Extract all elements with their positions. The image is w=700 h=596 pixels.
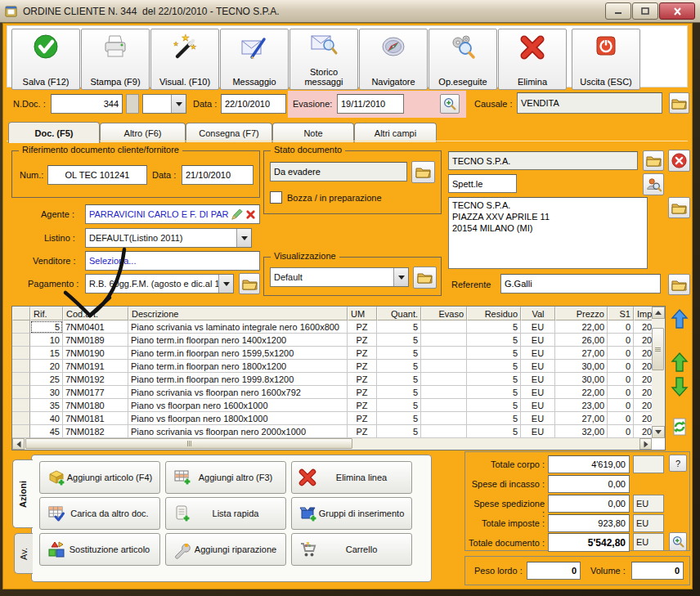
grid-cell[interactable]: PZ bbox=[348, 373, 377, 386]
chevron-down-icon[interactable] bbox=[218, 275, 233, 293]
grid-cell[interactable] bbox=[421, 334, 467, 347]
causale-input[interactable] bbox=[517, 92, 662, 114]
grid-cell[interactable]: 5 bbox=[467, 386, 521, 399]
grid-cell[interactable]: 0 bbox=[608, 412, 634, 425]
grid-header-evaso[interactable]: Evaso bbox=[421, 307, 467, 320]
grid-cell[interactable]: 30,00 bbox=[555, 360, 608, 373]
grid-cell[interactable]: EU bbox=[521, 425, 555, 438]
grid-cell[interactable]: 22,00 bbox=[555, 320, 608, 334]
grid-cell[interactable]: 27,00 bbox=[555, 347, 608, 360]
data-input[interactable] bbox=[221, 94, 286, 114]
hscroll-thumb[interactable] bbox=[25, 438, 352, 449]
print-button[interactable]: Stampa (F9) bbox=[81, 29, 150, 90]
totale-imposte-input[interactable] bbox=[548, 514, 630, 532]
grid-cell[interactable]: 7NM0191 bbox=[63, 360, 128, 373]
grid-row[interactable]: 257NM0192Piano term.in floorpan nero 199… bbox=[12, 373, 663, 386]
grid-cell[interactable]: 7NM0401 bbox=[63, 320, 128, 334]
peso-lordo-input[interactable] bbox=[527, 562, 581, 580]
grid-cell[interactable]: 7NM0190 bbox=[63, 347, 128, 360]
vscroll-thumb[interactable] bbox=[652, 328, 664, 370]
grid-cell[interactable] bbox=[421, 386, 467, 399]
evasione-input[interactable] bbox=[337, 94, 404, 114]
chevron-down-icon[interactable] bbox=[393, 268, 408, 286]
visualizzazione-dropdown[interactable]: Default bbox=[270, 267, 409, 287]
pencil-icon[interactable] bbox=[231, 208, 243, 221]
grid-cell[interactable]: 5 bbox=[377, 320, 421, 334]
grid-cell[interactable]: 26,00 bbox=[555, 334, 608, 347]
grid-cell[interactable]: Piano scrivania vs laminato integrale ne… bbox=[128, 320, 348, 334]
stato-folder-button[interactable] bbox=[411, 161, 435, 183]
close-button[interactable] bbox=[659, 2, 695, 20]
grid-cell[interactable]: EU bbox=[521, 399, 555, 412]
grid-cell[interactable]: Piano term.in floorpan nero 1599,5x1200 bbox=[128, 347, 348, 360]
causale-folder-button[interactable] bbox=[669, 92, 689, 114]
grid-cell[interactable]: EU bbox=[521, 373, 555, 386]
totals-help-button[interactable]: ? bbox=[669, 455, 687, 472]
totale-corpo-input[interactable] bbox=[548, 455, 630, 473]
delete-button[interactable]: Elimina bbox=[498, 29, 567, 90]
tab-doc[interactable]: Doc. (F5) bbox=[8, 122, 100, 143]
grid-cell[interactable]: 35 bbox=[30, 399, 63, 412]
grid-cell[interactable]: PZ bbox=[348, 347, 377, 360]
grid-cell[interactable] bbox=[421, 360, 467, 373]
row-selector[interactable] bbox=[12, 347, 30, 360]
sostituzione-articolo-button[interactable]: Sostituzione articolo bbox=[39, 533, 160, 566]
grid-cell[interactable]: 27,00 bbox=[555, 412, 608, 425]
grid-cell[interactable] bbox=[421, 399, 467, 412]
referente-folder-button[interactable] bbox=[668, 274, 690, 295]
tab-azioni[interactable]: Azioni bbox=[12, 459, 33, 528]
grid-cell[interactable]: Piano vs floorpan nero 1800x1000 bbox=[128, 412, 348, 425]
grid-cell[interactable]: Piano vs floorpan nero 1600x1000 bbox=[128, 399, 348, 412]
aggiungi-riparazione-button[interactable]: Aggiungi riparazione bbox=[165, 533, 286, 566]
grid-cell[interactable]: 5 bbox=[377, 347, 421, 360]
listino-dropdown[interactable]: DEFAULT(Listino 2011) bbox=[85, 228, 252, 248]
grid-header-rif[interactable]: Rif. bbox=[30, 307, 63, 320]
preview-button[interactable]: ★★★ Visual. (F10) bbox=[150, 29, 219, 90]
totals-zoom-button[interactable] bbox=[669, 532, 687, 551]
venditore-field[interactable]: Seleziona... bbox=[85, 251, 260, 271]
grid-header-quant[interactable]: Quant. bbox=[377, 307, 421, 320]
aggiungi-altro-button[interactable]: Aggiungi altro (F3) bbox=[165, 461, 286, 494]
grid-cell[interactable]: 5 bbox=[377, 399, 421, 412]
grid-row[interactable]: 457NM0182Piano scrivania vs floorpan ner… bbox=[12, 425, 663, 438]
grid-cell[interactable]: 40 bbox=[30, 412, 63, 425]
stato-input[interactable] bbox=[270, 162, 407, 181]
chevron-down-icon[interactable] bbox=[171, 95, 186, 113]
scroll-down-arrow[interactable] bbox=[652, 426, 665, 438]
aggiungi-articolo-button[interactable]: Aggiungi articolo (F4) bbox=[39, 461, 160, 494]
doc-series-box[interactable] bbox=[126, 94, 139, 114]
grid-cell[interactable]: 0 bbox=[608, 334, 634, 347]
gruppi-di-inserimento-button[interactable]: Gruppi di inserimento bbox=[291, 497, 412, 530]
tab-note[interactable]: Note bbox=[272, 123, 354, 142]
grid-cell[interactable]: 0 bbox=[608, 360, 634, 373]
grid-cell[interactable]: 5 bbox=[467, 373, 521, 386]
grid-cell[interactable]: Piano scrivania vs floorpan nero 2000x10… bbox=[128, 425, 348, 438]
carrello-button[interactable]: Carrello bbox=[291, 533, 412, 566]
cliente-search-button[interactable] bbox=[643, 173, 664, 195]
grid-cell[interactable]: 25 bbox=[30, 373, 63, 386]
grid-row[interactable]: 157NM0190Piano term.in floorpan nero 159… bbox=[12, 347, 663, 360]
num-input[interactable] bbox=[47, 165, 147, 185]
grid-cell[interactable]: PZ bbox=[348, 320, 377, 334]
grid-cell[interactable]: EU bbox=[521, 412, 555, 425]
grid-cell[interactable]: 0 bbox=[608, 386, 634, 399]
row-selector[interactable] bbox=[12, 425, 30, 438]
minimize-button[interactable] bbox=[605, 2, 631, 20]
clear-agente-x-icon[interactable] bbox=[245, 209, 256, 220]
grid-header-um[interactable]: UM bbox=[348, 307, 377, 320]
grid-cell[interactable]: 5 bbox=[377, 386, 421, 399]
grid-cell[interactable] bbox=[421, 412, 467, 425]
grid-cell[interactable]: 20 bbox=[30, 360, 63, 373]
grid-cell[interactable]: 5 bbox=[467, 320, 521, 334]
grid-cell[interactable]: 5 bbox=[467, 334, 521, 347]
grid-row[interactable]: 357NM0180Piano vs floorpan nero 1600x100… bbox=[12, 399, 663, 412]
grid-vscrollbar[interactable] bbox=[652, 307, 665, 438]
evasione-zoom-button[interactable] bbox=[440, 94, 460, 114]
referente-input[interactable] bbox=[500, 274, 661, 294]
save-button[interactable]: Salva (F12) bbox=[11, 29, 80, 90]
grid-cell[interactable]: PZ bbox=[348, 334, 377, 347]
grid-cell[interactable]: 5 bbox=[467, 399, 521, 412]
grid-cell[interactable]: 0 bbox=[608, 425, 634, 438]
grid-cell[interactable]: EU bbox=[521, 334, 555, 347]
grid-cell[interactable]: 10 bbox=[30, 334, 63, 347]
